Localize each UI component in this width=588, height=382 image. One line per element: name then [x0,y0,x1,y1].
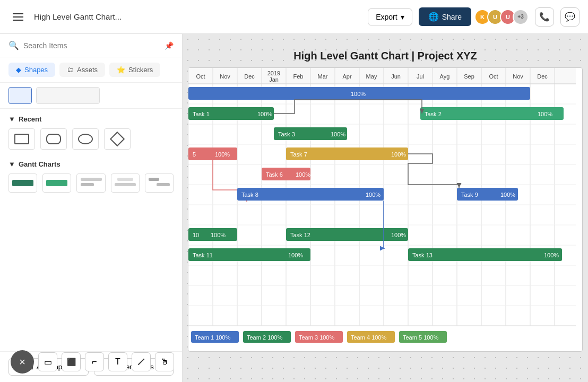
recent-shapes [8,128,174,150]
gantt-shape-1[interactable] [8,173,37,193]
recent-section-header[interactable]: ▼ Recent [8,115,174,123]
svg-text:Sep: Sep [464,73,474,80]
svg-rect-73 [237,188,384,201]
svg-text:Task 11: Task 11 [193,252,213,258]
collaborator-avatars: K U U +3 [478,9,529,25]
shape-ellipse[interactable] [72,128,99,150]
gantt-shape-items [8,173,174,193]
shape-preset-2[interactable] [36,87,100,104]
gantt-chart: Oct Nov Dec 2019 Jan Feb Mar Apr May Jun… [188,67,583,352]
call-button[interactable]: 📞 [535,7,554,27]
comment-button[interactable]: 💬 [560,7,580,27]
svg-text:Oct: Oct [196,73,205,80]
pin-icon: 📌 [165,41,174,50]
svg-text:100%: 100% [211,232,226,238]
svg-text:Task 13: Task 13 [412,252,433,258]
svg-text:100%: 100% [538,111,552,117]
svg-text:Jun: Jun [391,73,401,80]
svg-text:Team 3  100%: Team 3 100% [299,334,334,341]
gantt-arrow-icon: ▼ [8,160,15,168]
svg-rect-1 [81,183,94,186]
export-label: Export [376,13,397,21]
svg-text:Task 8: Task 8 [241,192,258,198]
svg-text:Task 12: Task 12 [290,232,310,238]
svg-text:100%: 100% [257,111,272,117]
svg-rect-0 [81,178,102,181]
gantt-charts-section-header[interactable]: ▼ Gantt Charts [8,160,174,168]
svg-text:100%: 100% [391,232,406,238]
chart-title: High Level Gantt Chart | Project XYZ [188,50,583,62]
svg-text:100%: 100% [331,131,345,137]
tab-stickers[interactable]: ⭐ Stickers [109,63,160,77]
shape-preset-1[interactable] [8,87,32,104]
assets-icon: 🗂 [67,66,74,74]
gantt-shape-3[interactable] [76,173,105,193]
shape-rounded-rect[interactable] [40,128,67,150]
svg-text:Jan: Jan [269,76,279,83]
svg-text:Nov: Nov [220,73,230,80]
main-area: 🔍 📌 ◆ Shapes 🗂 Assets ⭐ Stickers [0,34,588,382]
gantt-svg: Oct Nov Dec 2019 Jan Feb Mar Apr May Jun… [188,68,576,349]
svg-text:100%: 100% [288,252,303,258]
sidebar: 🔍 📌 ◆ Shapes 🗂 Assets ⭐ Stickers [0,34,183,382]
menu-button[interactable] [8,7,28,27]
svg-text:Task 7: Task 7 [290,151,307,158]
svg-text:Ayg: Ayg [440,73,450,80]
sidebar-content: ▼ Recent ▼ Gantt Charts [0,109,182,351]
svg-rect-5 [157,183,170,186]
svg-text:Team 2  100%: Team 2 100% [247,334,282,341]
search-bar: 🔍 📌 [0,34,182,57]
shape-diamond[interactable] [104,128,131,150]
svg-text:2019: 2019 [267,70,280,76]
svg-text:Dec: Dec [244,73,255,80]
call-icon: 📞 [539,12,550,22]
app-header: High Level Gantt Chart... Export ▾ 🌐 Sha… [0,0,588,34]
shape-tabs: ◆ Shapes 🗂 Assets ⭐ Stickers [0,57,182,83]
svg-text:Jul: Jul [417,73,424,80]
svg-text:100%: 100% [366,192,381,198]
canvas[interactable]: High Level Gantt Chart | Project XYZ Oct… [183,34,588,382]
tab-assets[interactable]: 🗂 Assets [59,63,105,77]
svg-text:Nov: Nov [513,73,523,80]
gantt-container: High Level Gantt Chart | Project XYZ Oct… [188,50,583,371]
chevron-down-icon: ▾ [401,13,404,21]
globe-icon: 🌐 [428,12,439,22]
svg-text:100%: 100% [296,171,310,178]
svg-text:Task 3: Task 3 [278,131,295,137]
svg-text:Task 6: Task 6 [266,171,283,178]
svg-text:Team 5  100%: Team 5 100% [403,334,438,341]
stickers-icon: ⭐ [117,66,125,74]
tab-shapes[interactable]: ◆ Shapes [8,63,55,77]
document-title: High Level Gantt Chart... [34,12,361,21]
svg-rect-3 [115,183,136,186]
svg-text:Team 1  100%: Team 1 100% [195,334,230,341]
svg-text:Feb: Feb [293,73,304,80]
svg-text:Dec: Dec [537,73,548,80]
svg-text:100%: 100% [544,252,559,258]
svg-text:100%: 100% [500,192,515,198]
svg-rect-2 [117,178,133,181]
comment-icon: 💬 [565,12,575,22]
gantt-shape-5[interactable] [145,173,174,193]
search-icon: 🔍 [8,40,19,50]
svg-text:10: 10 [193,232,199,238]
gantt-shape-4[interactable] [111,173,140,193]
svg-text:Oct: Oct [489,73,498,80]
svg-text:Task 1: Task 1 [193,111,210,117]
gantt-shape-2[interactable] [42,173,71,193]
svg-text:100%: 100% [215,151,230,158]
svg-text:Apr: Apr [342,73,351,80]
shape-rectangle[interactable] [8,128,35,150]
avatar-overflow: +3 [513,9,529,25]
svg-text:Mar: Mar [318,73,328,80]
share-label: Share [442,13,462,21]
search-input[interactable] [23,41,160,50]
svg-text:Task 9: Task 9 [461,192,478,198]
export-button[interactable]: Export ▾ [368,8,412,25]
svg-text:Team 4  100%: Team 4 100% [351,334,386,341]
svg-text:100%: 100% [391,151,406,158]
arrow-icon: ▼ [8,115,15,123]
svg-text:5: 5 [193,151,196,158]
share-button[interactable]: 🌐 Share [419,7,471,26]
svg-text:100%: 100% [351,91,366,97]
